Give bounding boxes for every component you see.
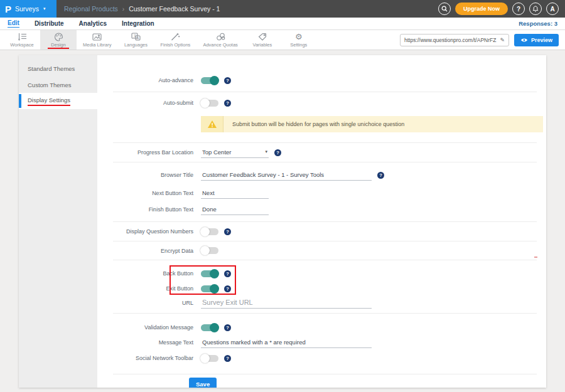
help-button[interactable]: ? xyxy=(512,3,525,15)
sidebar-item-standard-themes[interactable]: Standard Themes xyxy=(19,60,97,77)
help-icon[interactable]: ? xyxy=(274,149,281,156)
finish-button-text-row: Finish Button Text Done xyxy=(113,201,537,218)
help-icon[interactable]: ? xyxy=(224,285,231,292)
svg-text:A: A xyxy=(137,36,139,40)
exit-button-row: Exit Button ? xyxy=(113,282,537,295)
auto-submit-label: Auto-submit xyxy=(113,100,193,106)
finish-button-text-label: Finish Button Text xyxy=(113,206,193,213)
eye-icon xyxy=(520,38,528,43)
search-button[interactable] xyxy=(438,3,451,15)
sidebar-item-custom-themes[interactable]: Custom Themes xyxy=(19,77,97,93)
header-actions: Upgrade Now ? A xyxy=(438,0,565,18)
message-text-input[interactable]: Questions marked with a * are required xyxy=(201,337,372,348)
tab-distribute[interactable]: Distribute xyxy=(35,20,64,28)
progress-bar-location-row: Progress Bar Location Top Center ▾ ? xyxy=(113,143,537,162)
browser-title-label: Browser Title xyxy=(113,172,193,178)
survey-url-value[interactable]: https://www.questionpro.com/t/APNrFZ xyxy=(404,37,496,43)
encrypt-data-toggle[interactable] xyxy=(201,247,218,254)
back-button-toggle[interactable] xyxy=(201,270,218,277)
tool-tab-workspace[interactable]: Workspace xyxy=(4,30,40,50)
breadcrumb: Regional Products › Customer Feedback Su… xyxy=(56,0,438,18)
tool-tab-media-library[interactable]: Media Library xyxy=(77,30,117,50)
progress-bar-location-label: Progress Bar Location xyxy=(113,149,193,156)
tool-tab-design[interactable]: Design xyxy=(40,30,77,50)
next-button-text-label: Next Button Text xyxy=(113,190,193,196)
gear-icon: ⚙ xyxy=(295,33,303,41)
sidebar-item-label: Display Settings xyxy=(28,97,70,106)
back-button-row: Back Button ? xyxy=(113,265,537,282)
finish-button-text-input[interactable]: Done xyxy=(201,204,269,215)
responses-count[interactable]: Responses: 3 xyxy=(519,20,557,27)
app-logo-menu[interactable]: P Surveys ▾ xyxy=(0,0,56,18)
display-question-numbers-label: Display Question Numbers xyxy=(113,228,193,235)
social-network-toolbar-label: Social Network Toolbar xyxy=(113,355,193,361)
tool-tab-settings[interactable]: ⚙ Settings xyxy=(281,30,317,50)
tab-edit[interactable]: Edit xyxy=(8,19,19,28)
tool-tab-advance-quotas[interactable]: Advance Quotas xyxy=(196,30,244,50)
tool-tab-languages[interactable]: 文A Languages xyxy=(117,30,154,50)
progress-bar-location-select[interactable]: Top Center ▾ xyxy=(201,147,269,158)
next-button-text-input[interactable]: Next xyxy=(201,188,269,199)
preview-label: Preview xyxy=(531,37,552,43)
display-settings-panel: Auto-advance ? Auto-submit ? xyxy=(97,55,546,388)
auto-submit-toggle[interactable] xyxy=(201,100,218,107)
tool-tab-label: Media Library xyxy=(83,42,111,48)
tool-tab-label: Design xyxy=(51,42,65,48)
social-network-toolbar-toggle[interactable] xyxy=(201,355,218,362)
help-icon[interactable]: ? xyxy=(224,324,231,331)
validation-message-label: Validation Message xyxy=(113,324,193,331)
notifications-button[interactable] xyxy=(529,3,542,15)
workspace-icon xyxy=(18,33,27,41)
help-icon[interactable]: ? xyxy=(377,172,384,179)
auto-advance-label: Auto-advance xyxy=(113,77,193,83)
avatar[interactable]: A xyxy=(546,3,559,15)
display-question-numbers-toggle[interactable] xyxy=(201,228,218,235)
back-button-label: Back Button xyxy=(113,270,193,277)
message-text-label: Message Text xyxy=(113,339,193,346)
design-palette-icon xyxy=(54,33,63,41)
exit-button-toggle[interactable] xyxy=(201,285,218,292)
social-network-toolbar-row: Social Network Toolbar ? xyxy=(113,350,537,366)
save-button[interactable]: Save xyxy=(189,378,217,388)
media-library-icon xyxy=(92,33,102,41)
auto-advance-toggle[interactable] xyxy=(201,77,218,84)
validation-message-toggle[interactable] xyxy=(201,324,218,331)
help-icon[interactable]: ? xyxy=(224,270,231,277)
tool-tab-label: Settings xyxy=(290,42,307,48)
page-background: Standard Themes Custom Themes Display Se… xyxy=(0,50,565,392)
upgrade-now-button[interactable]: Upgrade Now xyxy=(455,3,508,15)
auto-advance-row: Auto-advance ? xyxy=(113,69,537,92)
exit-button-label: Exit Button xyxy=(113,285,193,292)
tab-integration[interactable]: Integration xyxy=(122,20,154,28)
tab-analytics[interactable]: Analytics xyxy=(79,20,107,28)
tool-tab-label: Advance Quotas xyxy=(203,42,237,48)
breadcrumb-parent[interactable]: Regional Products xyxy=(64,5,118,13)
message-text-row: Message Text Questions marked with a * a… xyxy=(113,335,537,350)
edit-url-icon[interactable]: ✎ xyxy=(500,37,505,43)
sidebar-item-display-settings[interactable]: Display Settings xyxy=(19,93,97,109)
preview-button[interactable]: Preview xyxy=(514,34,559,46)
surveys-menu-label[interactable]: Surveys xyxy=(15,5,39,13)
warning-triangle-icon xyxy=(207,120,217,129)
breadcrumb-current: Customer Feedback Survey - 1 xyxy=(129,5,220,13)
tool-tab-variables[interactable]: Variables xyxy=(244,30,281,50)
exit-url-label: URL xyxy=(113,300,193,306)
help-icon[interactable]: ? xyxy=(224,100,231,107)
help-icon[interactable]: ? xyxy=(224,228,231,235)
breadcrumb-separator-icon: › xyxy=(122,6,124,13)
exit-url-input[interactable]: Survey Exit URL xyxy=(201,297,372,309)
help-icon[interactable]: ? xyxy=(224,355,231,362)
sidebar-item-label: Custom Themes xyxy=(28,82,72,88)
tool-tab-finish-options[interactable]: Finish Options xyxy=(154,30,196,50)
auto-submit-row: Auto-submit ? xyxy=(113,92,537,114)
survey-url-field[interactable]: https://www.questionpro.com/t/APNrFZ ✎ xyxy=(400,34,509,46)
tag-icon xyxy=(258,33,267,41)
help-icon[interactable]: ? xyxy=(224,77,231,84)
browser-title-input[interactable]: Customer Feedback Survey - 1 - Survey To… xyxy=(201,170,372,181)
warning-icon-box xyxy=(201,116,223,132)
languages-icon: 文A xyxy=(131,33,141,41)
warning-text: Submit button will be hidden for pages w… xyxy=(223,121,404,127)
validation-message-row: Validation Message ? xyxy=(113,320,537,335)
magic-wand-icon xyxy=(171,33,180,41)
chain-links-icon xyxy=(216,33,225,41)
